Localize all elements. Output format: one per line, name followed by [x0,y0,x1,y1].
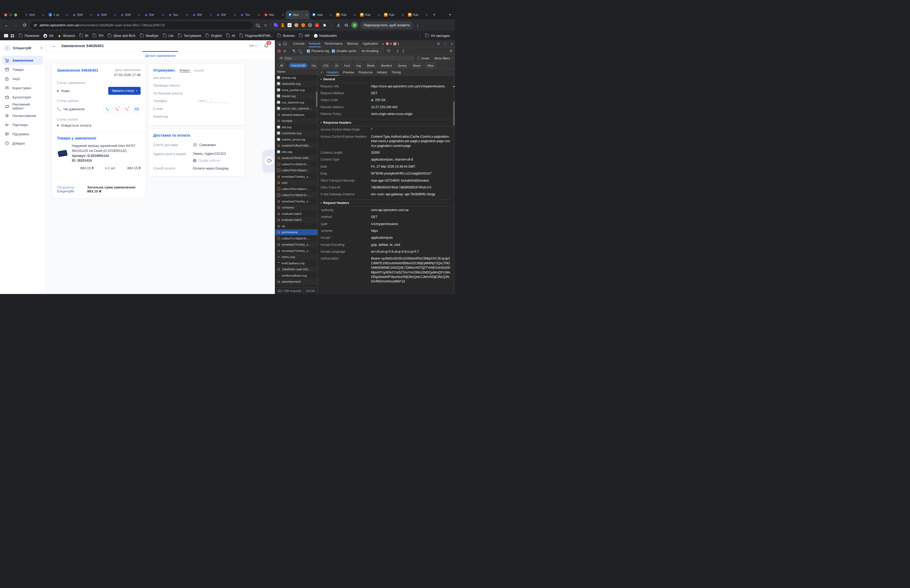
request-row[interactable]: company [275,205,318,211]
request-row[interactable]: info.svg [275,149,318,155]
request-row[interactable]: emiArrowBack.svg [275,272,318,279]
tab-order-details[interactable]: Деталі замовлення [142,51,178,60]
browser-tab[interactable]: 1 ув [46,10,70,19]
request-type-chip[interactable]: All [278,63,285,68]
call-missed-1-button[interactable]: 1 [113,105,121,113]
request-row[interactable]: evaluate-batch [275,210,318,217]
tab-close-icon[interactable] [186,13,188,17]
export-har-icon[interactable] [402,49,405,53]
more-tabs-icon[interactable] [382,42,384,46]
device-toolbar-icon[interactable] [283,42,287,46]
request-row[interactable]: collect?v=2&tid=G-… [275,161,318,167]
chat-widget-button[interactable] [263,150,275,171]
request-row[interactable]: envelope/?sentry_v… [275,173,318,180]
change-status-button[interactable]: Змінити статус [108,87,141,95]
request-row[interactable]: envelope/?sentry_v… [275,242,318,248]
browser-tab[interactable]: EM [214,10,238,19]
reading-list-icon[interactable] [343,23,349,28]
tab-close-icon[interactable] [354,13,356,17]
tab-close-icon[interactable] [66,13,68,17]
devtools-menu-icon[interactable] [443,42,448,46]
scrollbar-thumb[interactable] [453,101,455,126]
tab-close-icon[interactable] [378,13,380,17]
bookmark-item[interactable]: Binance [55,33,77,39]
browser-tab[interactable]: [EM [70,10,94,19]
browser-tab[interactable]: Ilya [166,10,190,19]
bookmark-item[interactable]: English [203,33,224,39]
request-row[interactable]: parcel_box_epicentr… [275,105,318,112]
more-filters-button[interactable]: More filters [435,57,453,60]
all-bookmarks-button[interactable]: Усі закладки [423,33,452,39]
tab-close-icon[interactable] [90,13,92,17]
shortcut-extension-icon[interactable]: ⌘ [308,23,312,27]
back-arrow-icon[interactable] [52,43,57,48]
product-image[interactable] [57,144,68,163]
downloads-icon[interactable] [335,23,341,28]
request-type-chip[interactable]: Other [425,63,436,68]
sidebar-item-promotions[interactable]: % Акції [2,74,43,83]
url-text[interactable]: admin.epicentrm.com.ua/oms/orders/14bef5… [39,23,165,27]
detail-tab[interactable]: Response [356,69,375,76]
bookmark-item[interactable]: Податки/ФОП/ФІ... [237,33,275,39]
response-headers-section-header[interactable]: Response headers [318,119,453,126]
browser-tab[interactable]: Rab [357,10,381,19]
tab-close-icon[interactable] [138,13,140,17]
request-type-chip[interactable]: Wasm [411,63,423,68]
bookmark-item[interactable]: Notebooklm [312,33,339,39]
request-row[interactable]: collect?frm=0&en=… [275,186,318,192]
browser-tab[interactable]: EM [190,10,214,19]
bookmark-item[interactable]: HR [297,33,312,39]
disable-cache-checkbox[interactable]: Disable cache [332,49,356,53]
forward-icon[interactable]: → [12,22,19,29]
inspect-element-icon[interactable] [277,42,281,46]
avatar-extension-icon[interactable] [294,23,298,27]
work-schedule-link[interactable]: iГрафік роботи [193,159,240,162]
tab-close-icon[interactable] [210,13,212,17]
sidebar-item-settings[interactable]: Налаштування [2,111,43,120]
bookmark-item[interactable]: Git [41,33,55,39]
feather-extension-icon[interactable] [274,23,278,27]
tab-close-icon[interactable] [114,13,116,17]
browser-tab[interactable]: Mai [262,10,286,19]
detail-tab[interactable]: Initiator [375,69,389,76]
call-missed-2-button[interactable]: 2 [123,105,131,113]
browser-tab[interactable]: Rab [406,10,430,19]
kagi-extension-icon[interactable] [301,23,305,27]
toggle-client[interactable]: Клієнт [179,68,190,73]
request-row[interactable]: comments.svg [275,130,318,137]
request-type-chip[interactable]: JS [332,63,341,68]
filter-icon[interactable] [292,50,296,53]
bookmark-item[interactable]: BI [77,33,91,39]
bookmark-item[interactable]: TPI [91,33,105,39]
request-row[interactable]: cvz_epicentr.svg [275,99,318,105]
tab-close-icon[interactable] [330,13,332,17]
profile-avatar[interactable]: И [351,22,358,28]
bookmark-item[interactable]: Полезное [16,33,41,39]
request-row[interactable]: user [275,180,318,186]
request-row[interactable]: submit_arrow.svg [275,136,318,143]
browser-tab[interactable]: EM [142,10,166,19]
request-type-chip[interactable]: Manifest [378,63,394,68]
preserve-log-checkbox[interactable]: Preserve log [307,49,329,53]
bookmark-item[interactable]: NewEpic [138,33,161,39]
search-icon[interactable] [298,50,301,53]
tab-close-icon[interactable] [402,13,404,17]
product-name[interactable]: Надувний матрац одномісний Intex 64757 9… [72,144,141,153]
call-success-button[interactable] [103,105,112,113]
request-row[interactable]: nova_poshta.svg [275,87,318,93]
sidebar-item-partners[interactable]: Партнери [2,120,43,129]
request-row[interactable]: ukrposhta.svg [275,81,318,87]
seller-link[interactable]: ЕпіцентрМ [57,189,74,193]
devtools-tab[interactable]: Performance [323,40,345,47]
request-row[interactable]: envelope/?sentry_v… [275,248,318,254]
request-row[interactable]: enabled?offset=0&li… [275,143,318,149]
tab-close-icon[interactable] [162,13,164,17]
browser-tab[interactable]: Boh [22,10,46,19]
field-input[interactable]: +380 (__) ___ __ __ [197,99,240,103]
request-headers-section-header[interactable]: Request Headers [318,200,453,207]
request-row[interactable]: receipts [275,118,318,124]
notifications-bell-icon[interactable]: 43 [264,44,268,48]
devtools-tab[interactable]: Application [360,40,380,47]
zoom-out-icon[interactable] [255,23,260,28]
request-row[interactable]: uk [275,223,318,229]
